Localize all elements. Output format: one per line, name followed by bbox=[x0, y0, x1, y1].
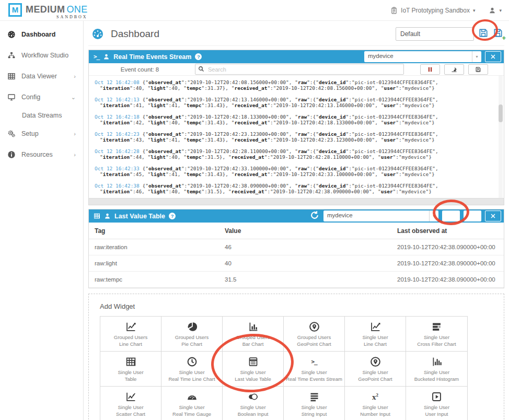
sidebar-item-workflow-studio[interactable]: Workflow Studio bbox=[0, 45, 83, 66]
save-icon bbox=[469, 213, 476, 219]
geopoint-icon bbox=[309, 321, 320, 332]
search-icon bbox=[198, 66, 204, 72]
log-scrollbar-thumb[interactable] bbox=[499, 104, 503, 122]
add-widget-grouped-users-pie-chart[interactable]: Grouped UsersPie Chart bbox=[161, 317, 223, 352]
single-user-icon bbox=[103, 53, 110, 60]
add-widget-section: Add Widget Grouped UsersLine ChartGroupe… bbox=[88, 294, 504, 420]
sidebar-item-setup[interactable]: Setup› bbox=[0, 123, 83, 144]
page-header: Dashboard + bbox=[88, 24, 504, 46]
log-timestamp: Oct 12 16:42:38 bbox=[95, 183, 140, 189]
log-entry: Oct 12 16:42:33 {"observed_at":"2019-10-… bbox=[95, 166, 494, 177]
add-widget-single-user-cross-filter-chart[interactable]: Single UserCross Filter Chart bbox=[406, 317, 467, 352]
add-widget-single-user-table[interactable]: Single UserTable bbox=[100, 352, 161, 387]
add-widget-single-user-real-time-line-chart[interactable]: Single UserReal Time Line Chart bbox=[161, 352, 223, 387]
brand-name: MEDIUMONE bbox=[26, 5, 88, 14]
brand-subtitle: SANDBOX bbox=[26, 15, 88, 19]
add-widget-single-user-string-input[interactable]: Single UserString Input bbox=[284, 387, 345, 420]
stream-widget-header: >_ Real Time Events Stream ? mydevice ▾ bbox=[89, 50, 504, 63]
data-viewer-icon bbox=[7, 72, 16, 80]
add-widget-grouped-users-line-chart[interactable]: Grouped UsersLine Chart bbox=[100, 317, 161, 352]
workflow-icon bbox=[7, 51, 16, 60]
add-widget-single-user-scatter-chart[interactable]: Single UserScatter Chart bbox=[100, 387, 161, 420]
table-row: raw:tempc31.52019-10-12T20:42:38.090000+… bbox=[89, 272, 504, 288]
add-widget-single-user-boolean-input[interactable]: Single UserBoolean Input bbox=[223, 387, 284, 420]
pie-chart-icon bbox=[187, 321, 198, 332]
pause-stream-button[interactable] bbox=[420, 64, 440, 75]
add-widget-grouped-users-geopoint-chart[interactable]: Grouped UsersGeoPoint Chart bbox=[284, 317, 345, 352]
log-entry: Oct 12 16:42:13 {"observed_at":"2019-10-… bbox=[95, 97, 494, 108]
save-icon bbox=[475, 66, 481, 73]
sidebar-item-config[interactable]: Config⌄ bbox=[0, 87, 83, 108]
add-widget-title: Add Widget bbox=[100, 302, 504, 310]
resources-icon bbox=[7, 150, 16, 159]
lvt-close-button[interactable] bbox=[485, 211, 501, 221]
cell-tag: raw:light bbox=[89, 255, 219, 272]
add-widget-single-user-user-input[interactable]: Single UserUser Input bbox=[406, 387, 467, 420]
brand-logo: M MEDIUMONE SANDBOX bbox=[8, 2, 88, 19]
line-chart-icon bbox=[370, 321, 381, 332]
log-timestamp: Oct 12 16:42:28 bbox=[95, 148, 140, 154]
lvt-save-button[interactable] bbox=[464, 211, 481, 221]
add-widget-single-user-bucketed-histogram[interactable]: Single UserBucketed Histogram bbox=[406, 352, 467, 387]
workspace-selector[interactable]: IoT Prototyping Sandbox ▾ bbox=[390, 7, 475, 14]
sidebar-item-resources[interactable]: Resources› bbox=[0, 144, 83, 165]
lvt-device-select[interactable]: mydevice ▾ bbox=[323, 211, 438, 221]
chevron-right-icon: › bbox=[74, 131, 76, 137]
sidebar-item-dashboard[interactable]: Dashboard bbox=[0, 24, 83, 45]
export-stream-button[interactable] bbox=[468, 64, 488, 75]
help-icon[interactable]: ? bbox=[195, 53, 202, 60]
log-entry: Oct 12 16:42:38 {"observed_at":"2019-10-… bbox=[95, 183, 494, 194]
caret-down-icon: ▾ bbox=[499, 8, 502, 13]
log-entry: Oct 12 16:42:23 {"observed_at":"2019-10-… bbox=[95, 131, 494, 143]
sidebar-item-label: Data Streams bbox=[22, 112, 62, 119]
close-icon bbox=[491, 214, 495, 218]
scatter-chart-icon bbox=[125, 391, 136, 402]
chevron-down-icon: ⌄ bbox=[71, 94, 76, 101]
add-widget-single-user-last-value-table[interactable]: Single UserLast Value Table bbox=[223, 352, 284, 387]
column-header-tag: Tag bbox=[89, 223, 219, 239]
real-time-events-stream-widget: >_ Real Time Events Stream ? mydevice ▾ … bbox=[88, 50, 504, 205]
help-icon[interactable]: ? bbox=[169, 213, 176, 219]
stream-device-select[interactable]: mydevice ▾ bbox=[364, 51, 481, 62]
histogram-icon bbox=[431, 356, 442, 367]
user-menu[interactable]: ▾ bbox=[489, 7, 502, 14]
x-squared-icon: x2 bbox=[370, 391, 381, 402]
last-value-table-icon bbox=[248, 356, 259, 367]
clipboard-icon bbox=[390, 7, 398, 14]
event-count: Event count: 8 bbox=[89, 66, 191, 73]
lvt-settings-button[interactable] bbox=[442, 211, 460, 221]
add-widget-single-user-number-input[interactable]: x2Single UserNumber Input bbox=[345, 387, 406, 420]
dashboard-name-input[interactable] bbox=[396, 27, 474, 41]
add-widget-grouped-users-bar-chart[interactable]: Grouped UsersBar Chart bbox=[223, 317, 284, 352]
gear-icon bbox=[448, 213, 455, 219]
clear-stream-button[interactable] bbox=[444, 64, 464, 75]
cell-last-observed: 2019-10-12T20:42:38.090000+00:00 bbox=[391, 255, 504, 272]
close-icon bbox=[491, 54, 495, 59]
geopoint-icon bbox=[370, 356, 381, 367]
add-widget-single-user-line-chart[interactable]: Single UserLine Chart bbox=[345, 317, 406, 352]
last-value-table: Tag Value Last observed at raw:iteration… bbox=[89, 223, 504, 288]
terminal-icon: >_ bbox=[94, 53, 99, 60]
string-input-icon bbox=[309, 391, 320, 402]
add-widget-single-user-real-time-events-stream[interactable]: >_Single UserReal Time Events Stream bbox=[284, 352, 345, 387]
refresh-icon bbox=[309, 210, 320, 220]
add-widget-single-user-real-time-gauge[interactable]: Single UserReal Time Gauge bbox=[161, 387, 223, 420]
lvt-widget-header: Last Value Table ? mydevice ▾ bbox=[89, 209, 504, 223]
stream-search-input[interactable] bbox=[195, 64, 404, 75]
cell-tag: raw:tempc bbox=[89, 272, 219, 288]
log-entry: Oct 12 16:42:18 {"observed_at":"2019-10-… bbox=[95, 114, 494, 125]
stream-close-button[interactable] bbox=[485, 51, 501, 62]
add-widget-single-user-geopoint-chart[interactable]: Single UserGeoPoint Chart bbox=[345, 352, 406, 387]
save-as-new-dashboard-button[interactable]: + bbox=[493, 28, 503, 40]
log-scrollbar[interactable] bbox=[499, 76, 503, 198]
app-window: M MEDIUMONE SANDBOX IoT Prototyping Sand… bbox=[0, 0, 509, 420]
sidebar-item-label: Config bbox=[21, 94, 40, 101]
cell-value: 40 bbox=[219, 255, 391, 272]
sidebar-item-data-viewer[interactable]: Data Viewer› bbox=[0, 66, 83, 87]
log-horizontal-scrollbar[interactable] bbox=[89, 198, 504, 205]
sidebar-item-data-streams[interactable]: Data Streams bbox=[0, 108, 83, 123]
save-dashboard-button[interactable] bbox=[478, 28, 489, 40]
event-log[interactable]: Oct 12 16:42:08 {"observed_at":"2019-10-… bbox=[89, 76, 504, 198]
refresh-button[interactable] bbox=[309, 210, 320, 222]
log-timestamp: Oct 12 16:42:23 bbox=[95, 131, 140, 137]
